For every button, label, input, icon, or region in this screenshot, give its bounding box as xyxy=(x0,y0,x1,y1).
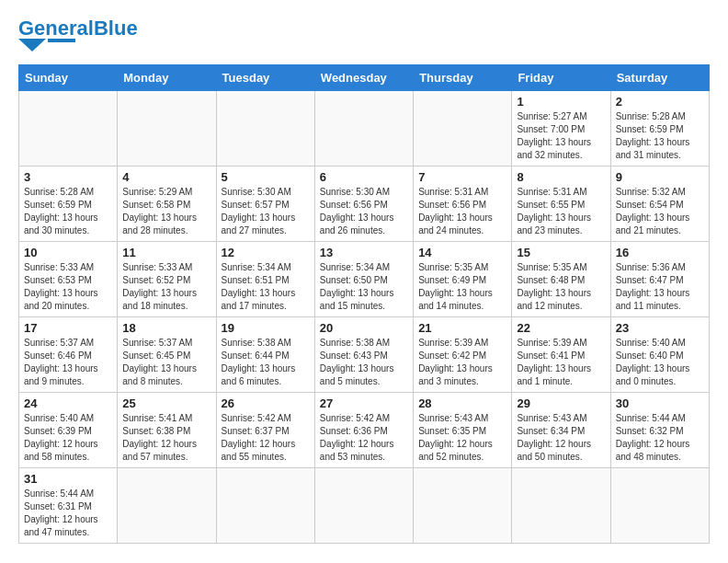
svg-rect-1 xyxy=(48,39,75,42)
day-info: Sunrise: 5:38 AM Sunset: 6:43 PM Dayligh… xyxy=(320,337,408,388)
calendar-week-row: 31Sunrise: 5:44 AM Sunset: 6:31 PM Dayli… xyxy=(19,468,710,544)
calendar-table: SundayMondayTuesdayWednesdayThursdayFrid… xyxy=(18,64,710,544)
calendar-day-cell xyxy=(19,91,118,167)
calendar-day-cell: 28Sunrise: 5:43 AM Sunset: 6:35 PM Dayli… xyxy=(414,393,512,468)
day-number: 13 xyxy=(320,246,408,259)
day-info: Sunrise: 5:32 AM Sunset: 6:54 PM Dayligh… xyxy=(616,186,704,237)
day-number: 22 xyxy=(517,321,605,335)
calendar-day-cell: 25Sunrise: 5:41 AM Sunset: 6:38 PM Dayli… xyxy=(118,393,216,468)
calendar-day-cell: 9Sunrise: 5:32 AM Sunset: 6:54 PM Daylig… xyxy=(610,167,709,242)
calendar-day-cell: 18Sunrise: 5:37 AM Sunset: 6:45 PM Dayli… xyxy=(118,317,216,393)
day-number: 25 xyxy=(122,396,210,410)
calendar-day-cell xyxy=(314,91,413,167)
header: GeneralBlue xyxy=(18,18,710,55)
calendar-day-cell: 31Sunrise: 5:44 AM Sunset: 6:31 PM Dayli… xyxy=(19,468,118,544)
calendar-day-cell: 22Sunrise: 5:39 AM Sunset: 6:41 PM Dayli… xyxy=(512,317,610,393)
day-number: 4 xyxy=(122,170,210,184)
day-number: 10 xyxy=(24,246,112,259)
calendar-week-row: 10Sunrise: 5:33 AM Sunset: 6:53 PM Dayli… xyxy=(19,242,710,317)
day-of-week-header: Tuesday xyxy=(216,65,314,91)
day-info: Sunrise: 5:31 AM Sunset: 6:56 PM Dayligh… xyxy=(418,186,506,237)
day-number: 5 xyxy=(222,170,310,184)
calendar-day-cell: 5Sunrise: 5:30 AM Sunset: 6:57 PM Daylig… xyxy=(216,167,314,242)
day-number: 7 xyxy=(418,170,506,184)
day-number: 9 xyxy=(616,170,704,184)
logo-general: General xyxy=(18,17,94,40)
day-number: 12 xyxy=(222,246,310,259)
calendar-day-cell: 13Sunrise: 5:34 AM Sunset: 6:50 PM Dayli… xyxy=(314,242,413,317)
day-number: 26 xyxy=(222,396,310,410)
calendar-day-cell xyxy=(118,468,216,544)
day-info: Sunrise: 5:33 AM Sunset: 6:53 PM Dayligh… xyxy=(24,261,112,313)
day-number: 17 xyxy=(24,321,112,335)
logo-text: GeneralBlue xyxy=(18,18,138,39)
day-info: Sunrise: 5:44 AM Sunset: 6:32 PM Dayligh… xyxy=(616,412,704,464)
calendar-day-cell: 16Sunrise: 5:36 AM Sunset: 6:47 PM Dayli… xyxy=(610,242,709,317)
day-info: Sunrise: 5:40 AM Sunset: 6:39 PM Dayligh… xyxy=(24,412,112,464)
day-info: Sunrise: 5:27 AM Sunset: 7:00 PM Dayligh… xyxy=(517,110,605,162)
day-info: Sunrise: 5:37 AM Sunset: 6:45 PM Dayligh… xyxy=(122,337,210,388)
day-of-week-header: Monday xyxy=(118,65,216,91)
day-number: 31 xyxy=(24,472,112,486)
calendar-day-cell: 29Sunrise: 5:43 AM Sunset: 6:34 PM Dayli… xyxy=(512,393,610,468)
calendar-day-cell: 6Sunrise: 5:30 AM Sunset: 6:56 PM Daylig… xyxy=(314,167,413,242)
calendar-day-cell: 30Sunrise: 5:44 AM Sunset: 6:32 PM Dayli… xyxy=(610,393,709,468)
calendar-week-row: 24Sunrise: 5:40 AM Sunset: 6:39 PM Dayli… xyxy=(19,393,710,468)
calendar-week-row: 17Sunrise: 5:37 AM Sunset: 6:46 PM Dayli… xyxy=(19,317,710,393)
day-info: Sunrise: 5:39 AM Sunset: 6:41 PM Dayligh… xyxy=(517,337,605,388)
day-info: Sunrise: 5:44 AM Sunset: 6:31 PM Dayligh… xyxy=(24,488,112,539)
day-info: Sunrise: 5:30 AM Sunset: 6:56 PM Dayligh… xyxy=(320,186,408,237)
day-number: 23 xyxy=(616,321,704,335)
calendar-day-cell xyxy=(414,468,512,544)
day-info: Sunrise: 5:42 AM Sunset: 6:37 PM Dayligh… xyxy=(222,412,310,464)
calendar-day-cell: 1Sunrise: 5:27 AM Sunset: 7:00 PM Daylig… xyxy=(512,91,610,167)
day-of-week-header: Thursday xyxy=(414,65,512,91)
day-number: 8 xyxy=(517,170,605,184)
logo-graphic xyxy=(18,39,75,55)
day-info: Sunrise: 5:35 AM Sunset: 6:48 PM Dayligh… xyxy=(517,261,605,313)
calendar-day-cell xyxy=(512,468,610,544)
svg-marker-0 xyxy=(18,39,46,52)
logo: GeneralBlue xyxy=(18,18,138,55)
day-number: 1 xyxy=(517,95,605,109)
calendar-day-cell: 2Sunrise: 5:28 AM Sunset: 6:59 PM Daylig… xyxy=(610,91,709,167)
day-info: Sunrise: 5:34 AM Sunset: 6:50 PM Dayligh… xyxy=(320,261,408,313)
calendar-day-cell xyxy=(414,91,512,167)
day-number: 11 xyxy=(122,246,210,259)
calendar-day-cell: 24Sunrise: 5:40 AM Sunset: 6:39 PM Dayli… xyxy=(19,393,118,468)
day-info: Sunrise: 5:43 AM Sunset: 6:35 PM Dayligh… xyxy=(418,412,506,464)
calendar-day-cell: 17Sunrise: 5:37 AM Sunset: 6:46 PM Dayli… xyxy=(19,317,118,393)
day-info: Sunrise: 5:30 AM Sunset: 6:57 PM Dayligh… xyxy=(222,186,310,237)
day-info: Sunrise: 5:38 AM Sunset: 6:44 PM Dayligh… xyxy=(222,337,310,388)
calendar-day-cell: 4Sunrise: 5:29 AM Sunset: 6:58 PM Daylig… xyxy=(118,167,216,242)
day-info: Sunrise: 5:43 AM Sunset: 6:34 PM Dayligh… xyxy=(517,412,605,464)
calendar-day-cell: 23Sunrise: 5:40 AM Sunset: 6:40 PM Dayli… xyxy=(610,317,709,393)
calendar-day-cell: 12Sunrise: 5:34 AM Sunset: 6:51 PM Dayli… xyxy=(216,242,314,317)
calendar-day-cell: 19Sunrise: 5:38 AM Sunset: 6:44 PM Dayli… xyxy=(216,317,314,393)
calendar-week-row: 1Sunrise: 5:27 AM Sunset: 7:00 PM Daylig… xyxy=(19,91,710,167)
calendar-day-cell xyxy=(314,468,413,544)
day-number: 6 xyxy=(320,170,408,184)
day-number: 3 xyxy=(24,170,112,184)
day-number: 21 xyxy=(418,321,506,335)
day-info: Sunrise: 5:28 AM Sunset: 6:59 PM Dayligh… xyxy=(24,186,112,237)
day-number: 30 xyxy=(616,396,704,410)
calendar-day-cell xyxy=(118,91,216,167)
day-of-week-header: Sunday xyxy=(19,65,118,91)
day-number: 27 xyxy=(320,396,408,410)
day-info: Sunrise: 5:34 AM Sunset: 6:51 PM Dayligh… xyxy=(222,261,310,313)
calendar-day-cell: 20Sunrise: 5:38 AM Sunset: 6:43 PM Dayli… xyxy=(314,317,413,393)
calendar-header-row: SundayMondayTuesdayWednesdayThursdayFrid… xyxy=(19,65,710,91)
calendar-day-cell: 3Sunrise: 5:28 AM Sunset: 6:59 PM Daylig… xyxy=(19,167,118,242)
calendar-day-cell: 27Sunrise: 5:42 AM Sunset: 6:36 PM Dayli… xyxy=(314,393,413,468)
calendar-day-cell: 8Sunrise: 5:31 AM Sunset: 6:55 PM Daylig… xyxy=(512,167,610,242)
day-info: Sunrise: 5:35 AM Sunset: 6:49 PM Dayligh… xyxy=(418,261,506,313)
day-number: 15 xyxy=(517,246,605,259)
day-info: Sunrise: 5:31 AM Sunset: 6:55 PM Dayligh… xyxy=(517,186,605,237)
day-number: 24 xyxy=(24,396,112,410)
day-number: 20 xyxy=(320,321,408,335)
day-info: Sunrise: 5:36 AM Sunset: 6:47 PM Dayligh… xyxy=(616,261,704,313)
day-number: 19 xyxy=(222,321,310,335)
day-number: 18 xyxy=(122,321,210,335)
calendar-day-cell: 11Sunrise: 5:33 AM Sunset: 6:52 PM Dayli… xyxy=(118,242,216,317)
